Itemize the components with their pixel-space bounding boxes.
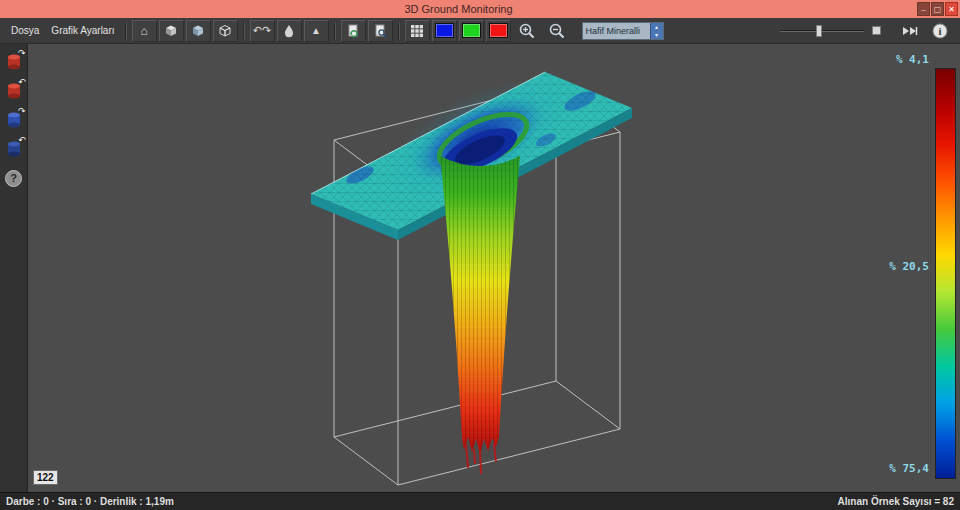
menu-grafik-ayarlari[interactable]: Grafik Ayarları bbox=[45, 18, 120, 43]
toolbar-separator bbox=[398, 22, 400, 40]
combobox-spinner[interactable]: ▴ ▾ bbox=[650, 23, 663, 39]
home-icon: ⌂ bbox=[140, 24, 147, 38]
refresh-document-button[interactable] bbox=[341, 20, 366, 42]
cube-wire-icon bbox=[190, 23, 206, 39]
droplet-icon bbox=[281, 23, 297, 39]
viewport: 122 % 4,1 % 20,5 % 75,4 bbox=[28, 44, 960, 492]
home-button[interactable]: ⌂ bbox=[132, 20, 157, 42]
rotate-icon: ↶↷ bbox=[253, 24, 271, 37]
menu-dosya[interactable]: Dosya bbox=[5, 18, 45, 43]
arrow-overlay-icon: ↷ bbox=[18, 106, 26, 116]
cone-icon: ▲ bbox=[311, 25, 321, 36]
arrow-overlay-icon: ↶ bbox=[18, 135, 26, 145]
colorbar-label-top: % 4,1 bbox=[896, 53, 929, 66]
3d-visualization[interactable] bbox=[28, 44, 893, 492]
window-title: 3D Ground Monitoring bbox=[0, 3, 917, 15]
spinner-down-icon: ▾ bbox=[651, 31, 663, 39]
info-button[interactable]: i bbox=[927, 20, 953, 42]
zoom-out-icon bbox=[548, 22, 566, 40]
rotate-button[interactable]: ↶↷ bbox=[250, 20, 275, 42]
droplet-button[interactable] bbox=[277, 20, 302, 42]
opacity-slider[interactable] bbox=[780, 23, 864, 39]
cube-outline-icon bbox=[217, 23, 233, 39]
red-core-out-button[interactable]: ↶ bbox=[2, 79, 26, 103]
combobox-value: Hafif Mineralli bbox=[583, 26, 650, 36]
zoom-out-button[interactable] bbox=[544, 20, 570, 42]
blue-core-out-button[interactable]: ↶ bbox=[2, 137, 26, 161]
question-mark-icon: ? bbox=[5, 170, 22, 187]
toolbar-separator bbox=[125, 22, 127, 40]
blue-swatch-icon bbox=[435, 23, 454, 38]
flow-arrows-button[interactable] bbox=[897, 20, 923, 42]
slider-track[interactable] bbox=[780, 30, 864, 32]
zoom-in-icon bbox=[518, 22, 536, 40]
search-document-icon bbox=[372, 23, 388, 39]
grid-icon bbox=[410, 24, 424, 38]
slider-handle[interactable] bbox=[816, 25, 822, 37]
spinner-up-icon: ▴ bbox=[651, 23, 663, 31]
status-right: Alınan Örnek Sayısı = 82 bbox=[838, 496, 954, 507]
search-document-button[interactable] bbox=[368, 20, 393, 42]
blue-swatch-button[interactable] bbox=[432, 20, 457, 42]
info-icon: i bbox=[931, 22, 949, 40]
minimize-button[interactable]: – bbox=[917, 2, 930, 16]
window-controls: – ▢ ✕ bbox=[917, 2, 958, 16]
help-button[interactable]: ? bbox=[2, 166, 26, 190]
maximize-button[interactable]: ▢ bbox=[931, 2, 944, 16]
mineral-type-combobox[interactable]: Hafif Mineralli ▴ ▾ bbox=[582, 22, 664, 40]
slider-end-button[interactable] bbox=[872, 26, 881, 35]
close-button[interactable]: ✕ bbox=[945, 2, 958, 16]
green-swatch-button[interactable] bbox=[459, 20, 484, 42]
red-swatch-button[interactable] bbox=[486, 20, 511, 42]
toolbar-separator bbox=[243, 22, 245, 40]
blue-core-in-button[interactable]: ↷ bbox=[2, 108, 26, 132]
toolbar-separator bbox=[334, 22, 336, 40]
cube-view-button-3[interactable] bbox=[213, 20, 238, 42]
cube-view-button-2[interactable] bbox=[186, 20, 211, 42]
red-core-in-button[interactable]: ↷ bbox=[2, 50, 26, 74]
colorbar-label-middle: % 20,5 bbox=[889, 260, 929, 273]
colorbar-gradient bbox=[935, 68, 956, 479]
red-swatch-icon bbox=[489, 23, 508, 38]
cube-icon bbox=[163, 23, 179, 39]
refresh-document-icon bbox=[345, 23, 361, 39]
grid-button[interactable] bbox=[405, 20, 430, 42]
sample-counter: 122 bbox=[33, 470, 58, 485]
arrow-overlay-icon: ↷ bbox=[18, 48, 26, 58]
svg-text:i: i bbox=[938, 25, 941, 37]
zoom-in-button[interactable] bbox=[514, 20, 540, 42]
left-sidebar: ↷ ↶ ↷ ↶ ? bbox=[0, 44, 28, 492]
app-window: 3D Ground Monitoring – ▢ ✕ Dosya Grafik … bbox=[0, 0, 960, 510]
plume-funnel bbox=[440, 156, 520, 474]
cube-view-button-1[interactable] bbox=[159, 20, 184, 42]
status-left: Darbe : 0 · Sıra : 0 · Derinlik : 1,19m bbox=[6, 496, 174, 507]
toolbar-right-zone: i bbox=[780, 20, 955, 42]
green-swatch-icon bbox=[462, 23, 481, 38]
flow-arrows-icon bbox=[900, 23, 920, 39]
titlebar[interactable]: 3D Ground Monitoring – ▢ ✕ bbox=[0, 0, 960, 18]
toolbar: Dosya Grafik Ayarları ⌂ ↶↷ bbox=[0, 18, 960, 44]
statusbar: Darbe : 0 · Sıra : 0 · Derinlik : 1,19m … bbox=[0, 492, 960, 510]
cone-button[interactable]: ▲ bbox=[304, 20, 329, 42]
colorbar-label-bottom: % 75,4 bbox=[889, 462, 929, 475]
arrow-overlay-icon: ↶ bbox=[18, 77, 26, 87]
